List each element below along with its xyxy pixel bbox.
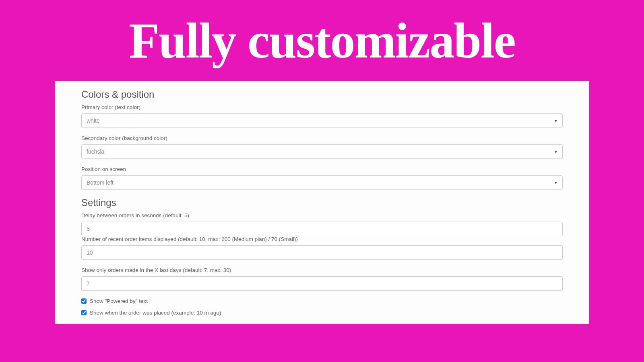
powered-by-checkbox[interactable] — [81, 298, 87, 304]
section-colors-heading: Colors & position — [81, 89, 563, 100]
primary-color-select-wrap: white ▼ — [81, 113, 563, 128]
days-input[interactable] — [81, 276, 563, 291]
powered-by-row: Show "Powered by" text — [81, 298, 563, 304]
primary-color-select[interactable]: white — [81, 113, 563, 128]
show-time-label[interactable]: Show when the order was placed (example:… — [90, 310, 221, 316]
delay-label: Delay between orders in seconds (default… — [81, 212, 563, 218]
days-input-wrap — [81, 276, 563, 291]
powered-by-label[interactable]: Show "Powered by" text — [90, 298, 148, 304]
delay-input[interactable] — [81, 222, 563, 236]
position-select[interactable]: Bottom left — [81, 175, 563, 190]
show-time-row: Show when the order was placed (example:… — [81, 310, 563, 316]
secondary-color-select[interactable]: fuchsia — [81, 144, 563, 159]
section-settings-heading: Settings — [81, 197, 563, 208]
secondary-color-select-wrap: fuchsia ▼ — [81, 144, 563, 159]
position-label: Position on screen — [81, 166, 563, 172]
position-select-wrap: Bottom left ▼ — [81, 175, 563, 190]
secondary-color-label: Secondary color (background color) — [81, 135, 563, 141]
hero-title: Fully customizable — [0, 0, 644, 71]
days-label: Show only orders made in the X last days… — [81, 267, 563, 273]
items-input-wrap — [81, 245, 563, 260]
delay-input-wrap — [81, 222, 563, 236]
show-time-checkbox[interactable] — [81, 310, 87, 315]
items-label: Number of recent order items displayed (… — [81, 236, 563, 242]
settings-panel: Colors & position Primary color (text co… — [55, 81, 589, 324]
items-input[interactable] — [81, 245, 563, 260]
primary-color-label: Primary color (text color) — [81, 104, 563, 110]
